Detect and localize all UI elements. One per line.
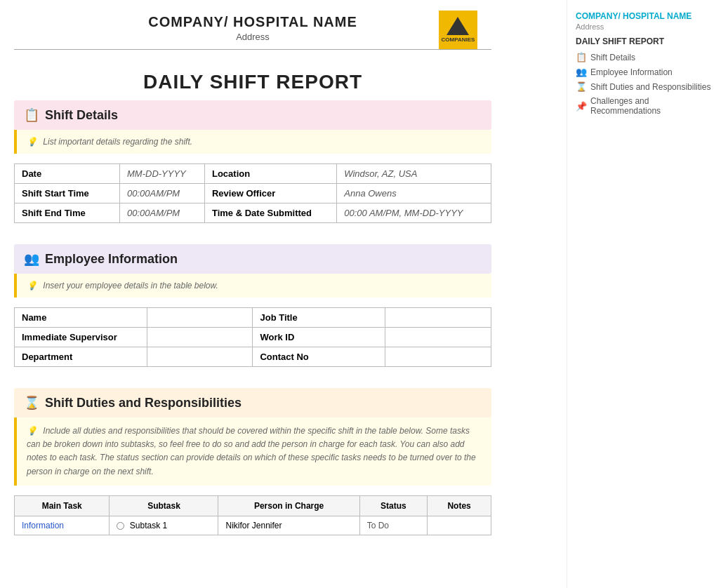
sidebar-label-employee-info: Employee Information (590, 67, 673, 77)
shift-end-label: Shift End Time (15, 203, 120, 223)
shift-details-icon: 📋 (576, 52, 587, 62)
shift-end-value: 00:00AM/PM (120, 203, 205, 223)
hint-bulb-icon: 💡 (27, 137, 37, 147)
subtask-label: Subtask 1 (130, 521, 167, 530)
shift-start-value: 00:00AM/PM (120, 184, 205, 203)
col-notes: Notes (428, 495, 491, 516)
employee-info-title: Employee Information (45, 252, 178, 267)
employee-info-section: 👥 Employee Information 💡 Insert your emp… (14, 244, 491, 367)
sidebar: COMPANY/ HOSPITAL NAME Address DAILY SHI… (567, 0, 721, 584)
doc-header: COMPANY/ HOSPITAL NAME Address COMPANIES (14, 0, 491, 50)
shift-details-section: 📋 Shift Details 💡 List important details… (14, 100, 491, 223)
sidebar-item-challenges[interactable]: 📌 Challenges and Recommendations (576, 96, 713, 116)
subtask-radio[interactable] (117, 522, 124, 530)
col-main-task: Main Task (15, 495, 110, 516)
work-id-value (385, 328, 491, 347)
time-date-submitted-value: 00:00 AM/PM, MM-DD-YYYY (337, 203, 491, 223)
sidebar-item-employee-info[interactable]: 👥 Employee Information (576, 67, 713, 77)
hint-bulb-icon-3: 💡 (27, 426, 37, 436)
hint-bulb-icon-2: 💡 (27, 281, 37, 290)
sidebar-item-duties[interactable]: ⌛ Shift Duties and Responsibilities (576, 81, 713, 92)
name-value (147, 308, 253, 328)
main-content: COMPANY/ HOSPITAL NAME Address COMPANIES… (0, 0, 505, 584)
sidebar-label-duties: Shift Duties and Responsibilities (590, 82, 710, 92)
sidebar-label-shift-details: Shift Details (590, 53, 635, 62)
main-task-value: Information (15, 516, 110, 535)
date-label: Date (15, 164, 120, 184)
shift-details-title: Shift Details (45, 108, 118, 123)
shift-details-section-icon: 📋 (24, 107, 39, 123)
challenges-icon: 📌 (576, 101, 587, 112)
contact-no-value (385, 347, 491, 367)
sidebar-label-challenges: Challenges and Recommendations (590, 96, 713, 116)
col-person-in-charge: Person in Charge (218, 495, 359, 516)
table-header-row: Main Task Subtask Person in Charge Statu… (15, 495, 491, 516)
logo-label: COMPANIES (442, 36, 475, 43)
status-value: To Do (359, 516, 427, 535)
location-label: Location (204, 164, 336, 184)
review-officer-label: Review Officer (204, 184, 336, 203)
notes-value (428, 516, 491, 535)
shift-details-header: 📋 Shift Details (14, 100, 491, 130)
shift-details-table: Date MM-DD-YYYY Location Windsor, AZ, US… (14, 163, 491, 223)
job-title-label: Job Title (253, 308, 385, 328)
sidebar-address: Address (576, 22, 713, 31)
subtask-value: Subtask 1 (110, 516, 218, 535)
name-label: Name (15, 308, 147, 328)
department-value (147, 347, 253, 367)
duties-section: ⌛ Shift Duties and Responsibilities 💡 In… (14, 388, 491, 535)
report-main-title: DAILY SHIFT REPORT (14, 71, 491, 93)
employee-info-hint: 💡 Insert your employee details in the ta… (14, 274, 491, 298)
sidebar-report-title: DAILY SHIFT REPORT (576, 36, 713, 46)
duties-section-icon: ⌛ (24, 395, 39, 410)
table-row: Name Job Title (15, 308, 491, 328)
sidebar-item-shift-details[interactable]: 📋 Shift Details (576, 52, 713, 62)
duties-title: Shift Duties and Responsibilities (45, 396, 242, 410)
date-value: MM-DD-YYYY (120, 164, 205, 184)
table-row: Shift Start Time 00:00AM/PM Review Offic… (15, 184, 491, 203)
col-subtask: Subtask (110, 495, 218, 516)
duties-header: ⌛ Shift Duties and Responsibilities (14, 388, 491, 417)
contact-no-label: Contact No (253, 347, 385, 367)
shift-start-label: Shift Start Time (15, 184, 120, 203)
table-row: Shift End Time 00:00AM/PM Time & Date Su… (15, 203, 491, 223)
employee-info-icon: 👥 (576, 67, 587, 77)
department-label: Department (15, 347, 147, 367)
sidebar-company-name: COMPANY/ HOSPITAL NAME (576, 11, 713, 21)
employee-info-section-icon: 👥 (24, 251, 39, 267)
employee-info-table: Name Job Title Immediate Supervisor Work… (14, 307, 491, 367)
table-row: Date MM-DD-YYYY Location Windsor, AZ, US… (15, 164, 491, 184)
location-value: Windsor, AZ, USA (337, 164, 491, 184)
employee-info-header: 👥 Employee Information (14, 244, 491, 274)
logo-triangle-icon (447, 17, 469, 35)
time-date-submitted-label: Time & Date Submitted (204, 203, 336, 223)
supervisor-label: Immediate Supervisor (15, 328, 147, 347)
supervisor-value (147, 328, 253, 347)
col-status: Status (359, 495, 427, 516)
duties-icon: ⌛ (576, 81, 587, 92)
job-title-value (385, 308, 491, 328)
duties-hint: 💡 Include all duties and responsibilitie… (14, 417, 491, 486)
person-in-charge-value: Nikifor Jennifer (218, 516, 359, 535)
header-address: Address (14, 32, 491, 42)
table-row: Department Contact No (15, 347, 491, 367)
shift-details-hint: 💡 List important details regarding the s… (14, 130, 491, 154)
work-id-label: Work ID (253, 328, 385, 347)
table-row: Immediate Supervisor Work ID (15, 328, 491, 347)
header-company-name: COMPANY/ HOSPITAL NAME (14, 14, 491, 30)
review-officer-value: Anna Owens (337, 184, 491, 203)
duties-table: Main Task Subtask Person in Charge Statu… (14, 495, 491, 535)
company-logo: COMPANIES (439, 11, 477, 49)
table-row: Information Subtask 1 Nikifor Jennifer T… (15, 516, 491, 535)
